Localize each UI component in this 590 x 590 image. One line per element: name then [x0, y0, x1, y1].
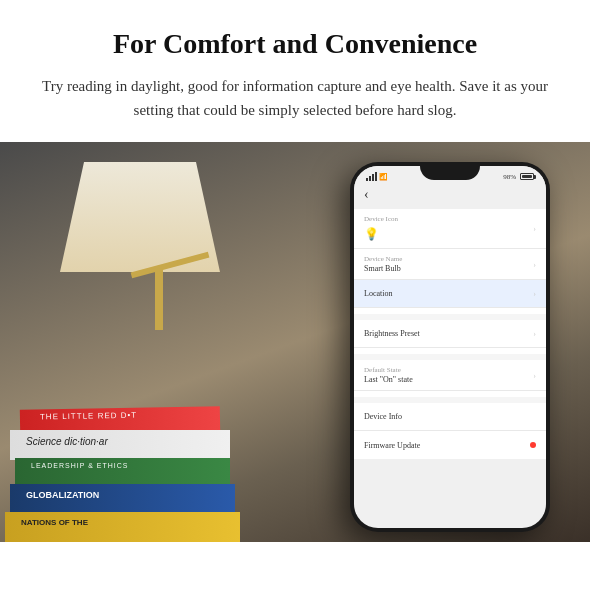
book-green: LEADERSHIP & ETHICS — [15, 458, 230, 486]
battery-percent: 98% — [503, 173, 516, 181]
bulb-icon: 💡 — [364, 227, 379, 241]
phone-screen: 📶 98% ‹ — [354, 166, 546, 528]
book-science: Science dic·tion·ar — [10, 430, 230, 460]
phone: 📶 98% ‹ — [350, 162, 550, 532]
settings-item-default-state[interactable]: Default State Last "On" state › — [354, 360, 546, 391]
settings-item-device-info[interactable]: Device Info — [354, 403, 546, 431]
book-blue: GLOBALIZATION — [10, 484, 235, 514]
device-info-label: Device Info — [364, 412, 536, 421]
book-green-label: LEADERSHIP & ETHICS — [31, 462, 128, 469]
location-label: Location — [364, 289, 533, 298]
book-blue-label: GLOBALIZATION — [26, 490, 99, 500]
status-right: 98% — [503, 173, 534, 181]
status-left: 📶 — [366, 172, 388, 181]
settings-section-2: Brightness Preset › — [354, 320, 546, 348]
bg-scene: THE LITTLE RED D•T Science dic·tion·ar L… — [0, 142, 590, 542]
book-science-label: Science dic·tion·ar — [26, 436, 108, 447]
device-name-label: Device Name — [364, 255, 533, 263]
settings-item-firmware[interactable]: Firmware Update — [354, 431, 546, 459]
book-red-label: THE LITTLE RED D•T — [40, 411, 137, 422]
settings-section-3: Default State Last "On" state › — [354, 360, 546, 391]
device-name-value: Smart Bulb — [364, 264, 533, 273]
phone-wrapper: 📶 98% ‹ — [350, 162, 560, 542]
chevron-icon-2: › — [533, 260, 536, 269]
signal-bar-3 — [372, 174, 374, 181]
top-section: For Comfort and Convenience Try reading … — [0, 0, 590, 142]
signal-bars — [366, 172, 377, 181]
book-bottom: NATIONS OF THE — [5, 512, 240, 542]
battery-tip — [534, 175, 536, 179]
settings-item-device-icon[interactable]: Device Icon 💡 › — [354, 209, 546, 249]
chevron-icon-4: › — [533, 329, 536, 338]
back-arrow[interactable]: ‹ — [364, 187, 369, 203]
device-icon-label: Device Icon — [364, 215, 533, 223]
battery-icon — [520, 173, 534, 180]
firmware-update-dot — [530, 442, 536, 448]
settings-item-brightness[interactable]: Brightness Preset › — [354, 320, 546, 348]
battery-fill — [522, 175, 532, 178]
phone-notch — [420, 162, 480, 180]
settings-item-device-name[interactable]: Device Name Smart Bulb › — [354, 249, 546, 280]
chevron-icon-1: › — [533, 224, 536, 233]
settings-list: Device Icon 💡 › Device Name Smart Bulb — [354, 209, 546, 459]
app-header: ‹ — [354, 183, 546, 209]
lamp-body — [155, 270, 163, 330]
book-bottom-label: NATIONS OF THE — [21, 518, 88, 527]
settings-item-location[interactable]: Location › — [354, 280, 546, 308]
chevron-icon-5: › — [533, 371, 536, 380]
firmware-update-label: Firmware Update — [364, 441, 526, 450]
page-title: For Comfort and Convenience — [40, 28, 550, 60]
page-container: For Comfort and Convenience Try reading … — [0, 0, 590, 542]
settings-section-4: Device Info Firmware Update — [354, 403, 546, 459]
image-section: THE LITTLE RED D•T Science dic·tion·ar L… — [0, 142, 590, 542]
default-state-label: Default State — [364, 366, 533, 374]
page-subtitle: Try reading in daylight, good for inform… — [40, 74, 550, 122]
wifi-icon: 📶 — [379, 173, 388, 181]
default-state-value: Last "On" state — [364, 375, 533, 384]
signal-bar-4 — [375, 172, 377, 181]
brightness-preset-label: Brightness Preset — [364, 329, 533, 338]
signal-bar-2 — [369, 176, 371, 181]
chevron-icon-3: › — [533, 289, 536, 298]
signal-bar-1 — [366, 178, 368, 181]
settings-section-1: Device Icon 💡 › Device Name Smart Bulb — [354, 209, 546, 308]
